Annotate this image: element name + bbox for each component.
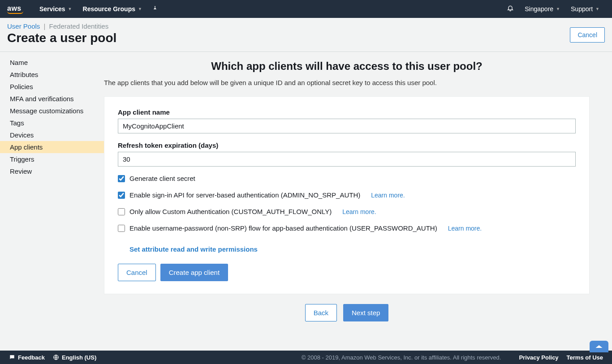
sidebar-item-tags[interactable]: Tags — [0, 117, 104, 129]
feedback-label: Feedback — [18, 354, 45, 361]
tab-user-pools[interactable]: User Pools — [7, 22, 40, 30]
sidebar-item-devices[interactable]: Devices — [0, 129, 104, 141]
sidebar-item-message-customizations[interactable]: Message customizations — [0, 105, 104, 117]
top-nav-bar: aws Services ▼ Resource Groups ▼ Singapo… — [0, 0, 612, 18]
cancel-button-top[interactable]: Cancel — [570, 27, 605, 43]
speech-bubble-icon — [9, 354, 15, 360]
app-client-name-label: App client name — [118, 108, 576, 116]
next-step-button[interactable]: Next step — [343, 304, 388, 321]
feedback-link[interactable]: Feedback — [9, 354, 45, 361]
custom-auth-flow-checkbox[interactable] — [118, 208, 125, 215]
privacy-policy-link[interactable]: Privacy Policy — [519, 354, 558, 361]
admin-no-srp-label: Enable sign-in API for server-based auth… — [129, 191, 360, 199]
main-content: Which app clients will have access to th… — [104, 52, 612, 351]
copyright-text: © 2008 - 2019, Amazon Web Services, Inc.… — [302, 354, 501, 361]
chevron-down-icon: ▼ — [138, 7, 142, 11]
footer: Feedback English (US) © 2008 - 2019, Ama… — [0, 351, 612, 364]
set-attribute-permissions-link[interactable]: Set attribute read and write permissions — [129, 245, 258, 253]
notifications-icon[interactable] — [501, 4, 519, 13]
services-label: Services — [39, 5, 65, 13]
learn-more-link-password[interactable]: Learn more. — [448, 225, 482, 232]
back-button[interactable]: Back — [305, 304, 337, 321]
sub-header: User Pools | Federated Identities Create… — [0, 18, 612, 52]
learn-more-link-custom[interactable]: Learn more. — [342, 208, 376, 215]
page-title: Create a user pool — [7, 31, 605, 45]
sidebar-item-policies[interactable]: Policies — [0, 81, 104, 93]
sidebar-item-review[interactable]: Review — [0, 165, 104, 177]
wizard-nav-buttons: Back Next step — [104, 304, 590, 321]
tab-federated-identities[interactable]: Federated Identities — [49, 22, 109, 30]
chevron-down-icon: ▼ — [68, 7, 72, 11]
sidebar-item-triggers[interactable]: Triggers — [0, 153, 104, 165]
sidebar-item-app-clients[interactable]: App clients — [0, 141, 104, 153]
main-subtitle: The app clients that you add below will … — [104, 79, 590, 86]
sidebar-item-mfa[interactable]: MFA and verifications — [0, 93, 104, 105]
services-menu[interactable]: Services ▼ — [34, 0, 78, 18]
support-menu[interactable]: Support ▼ — [565, 5, 605, 13]
chevron-down-icon: ▼ — [556, 7, 560, 11]
terms-of-use-link[interactable]: Terms of Use — [567, 354, 603, 361]
chevron-down-icon: ▼ — [595, 7, 599, 11]
separator: | — [44, 22, 46, 30]
region-label: Singapore — [525, 5, 553, 13]
aws-logo[interactable]: aws — [7, 4, 23, 14]
language-label: English (US) — [62, 354, 96, 361]
sidebar-item-attributes[interactable]: Attributes — [0, 69, 104, 81]
main-heading: Which app clients will have access to th… — [104, 60, 590, 73]
resource-groups-menu[interactable]: Resource Groups ▼ — [78, 0, 147, 18]
scroll-to-top-button[interactable] — [590, 341, 608, 352]
app-client-form-card: App client name Refresh token expiration… — [104, 96, 590, 294]
sidebar-item-name[interactable]: Name — [0, 56, 104, 69]
pin-icon[interactable] — [147, 5, 163, 13]
support-label: Support — [571, 5, 593, 13]
user-password-auth-checkbox[interactable] — [118, 225, 125, 232]
resource-groups-label: Resource Groups — [83, 5, 135, 13]
generate-client-secret-checkbox[interactable] — [118, 175, 125, 182]
refresh-token-label: Refresh token expiration (days) — [118, 141, 576, 149]
header-tabs: User Pools | Federated Identities — [7, 22, 605, 30]
chevron-up-icon — [595, 344, 603, 349]
learn-more-link-admin[interactable]: Learn more. — [371, 192, 405, 199]
cancel-button[interactable]: Cancel — [118, 264, 156, 281]
create-app-client-button[interactable]: Create app client — [160, 264, 228, 281]
wizard-sidebar: Name Attributes Policies MFA and verific… — [0, 52, 104, 351]
generate-client-secret-label: Generate client secret — [129, 175, 195, 182]
user-password-auth-label: Enable username-password (non-SRP) flow … — [129, 224, 437, 232]
globe-icon — [53, 354, 59, 360]
refresh-token-input[interactable] — [118, 152, 576, 167]
language-selector[interactable]: English (US) — [53, 354, 96, 361]
admin-no-srp-checkbox[interactable] — [118, 192, 125, 199]
app-client-name-input[interactable] — [118, 119, 576, 133]
custom-auth-flow-label: Only allow Custom Authentication (CUSTOM… — [129, 208, 332, 215]
region-selector[interactable]: Singapore ▼ — [519, 5, 565, 13]
